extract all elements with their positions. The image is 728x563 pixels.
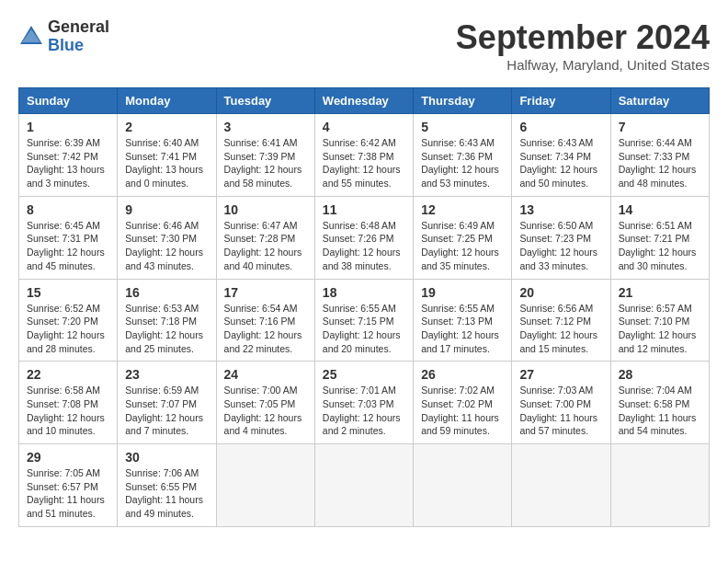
svg-marker-1 bbox=[22, 29, 40, 42]
calendar-cell: 7Sunrise: 6:44 AM Sunset: 7:33 PM Daylig… bbox=[610, 114, 709, 197]
calendar-cell: 21Sunrise: 6:57 AM Sunset: 7:10 PM Dayli… bbox=[610, 279, 709, 362]
day-number: 20 bbox=[519, 285, 602, 300]
calendar-cell: 3Sunrise: 6:41 AM Sunset: 7:39 PM Daylig… bbox=[216, 114, 314, 197]
day-number: 18 bbox=[323, 285, 405, 300]
calendar-cell: 19Sunrise: 6:55 AM Sunset: 7:13 PM Dayli… bbox=[414, 279, 512, 362]
logo-blue-text: Blue bbox=[48, 37, 109, 55]
weekday-header-row: SundayMondayTuesdayWednesdayThursdayFrid… bbox=[19, 88, 710, 114]
day-number: 26 bbox=[421, 367, 504, 382]
day-info: Sunrise: 7:00 AM Sunset: 7:05 PM Dayligh… bbox=[224, 384, 307, 438]
calendar-cell: 10Sunrise: 6:47 AM Sunset: 7:28 PM Dayli… bbox=[216, 196, 314, 279]
month-title: September 2024 bbox=[456, 18, 710, 57]
day-number: 4 bbox=[323, 120, 405, 134]
day-number: 14 bbox=[619, 202, 701, 217]
day-number: 15 bbox=[27, 285, 109, 300]
calendar-cell: 9Sunrise: 6:46 AM Sunset: 7:30 PM Daylig… bbox=[118, 196, 216, 279]
day-info: Sunrise: 6:45 AM Sunset: 7:31 PM Dayligh… bbox=[27, 219, 109, 273]
calendar-cell bbox=[314, 444, 413, 527]
day-number: 30 bbox=[125, 450, 208, 465]
day-number: 28 bbox=[619, 367, 701, 382]
logo-icon bbox=[18, 24, 44, 50]
calendar-cell: 15Sunrise: 6:52 AM Sunset: 7:20 PM Dayli… bbox=[19, 279, 118, 362]
day-info: Sunrise: 7:02 AM Sunset: 7:02 PM Dayligh… bbox=[421, 384, 504, 438]
day-number: 8 bbox=[27, 202, 109, 217]
calendar-cell: 23Sunrise: 6:59 AM Sunset: 7:07 PM Dayli… bbox=[118, 362, 216, 444]
day-number: 10 bbox=[224, 202, 307, 217]
calendar-cell: 12Sunrise: 6:49 AM Sunset: 7:25 PM Dayli… bbox=[414, 196, 512, 279]
day-info: Sunrise: 6:54 AM Sunset: 7:16 PM Dayligh… bbox=[224, 302, 307, 356]
day-info: Sunrise: 6:59 AM Sunset: 7:07 PM Dayligh… bbox=[125, 384, 208, 438]
day-info: Sunrise: 7:01 AM Sunset: 7:03 PM Dayligh… bbox=[323, 384, 405, 438]
weekday-header-thursday: Thursday bbox=[414, 88, 512, 114]
day-number: 13 bbox=[519, 202, 602, 217]
day-number: 3 bbox=[224, 120, 307, 134]
day-number: 29 bbox=[27, 450, 109, 465]
calendar-cell: 26Sunrise: 7:02 AM Sunset: 7:02 PM Dayli… bbox=[414, 362, 512, 444]
day-number: 7 bbox=[619, 120, 701, 134]
calendar-week-row: 15Sunrise: 6:52 AM Sunset: 7:20 PM Dayli… bbox=[19, 279, 710, 362]
calendar-cell: 28Sunrise: 7:04 AM Sunset: 6:58 PM Dayli… bbox=[610, 362, 709, 444]
title-area: September 2024 Halfway, Maryland, United… bbox=[456, 18, 710, 73]
day-info: Sunrise: 6:46 AM Sunset: 7:30 PM Dayligh… bbox=[125, 219, 208, 273]
calendar-cell: 22Sunrise: 6:58 AM Sunset: 7:08 PM Dayli… bbox=[19, 362, 118, 444]
day-number: 9 bbox=[125, 202, 208, 217]
logo: General Blue bbox=[18, 18, 109, 55]
calendar-cell: 20Sunrise: 6:56 AM Sunset: 7:12 PM Dayli… bbox=[512, 279, 610, 362]
logo-general-text: General bbox=[48, 18, 109, 37]
calendar-cell: 8Sunrise: 6:45 AM Sunset: 7:31 PM Daylig… bbox=[19, 196, 118, 279]
weekday-header-monday: Monday bbox=[118, 88, 216, 114]
calendar-cell: 5Sunrise: 6:43 AM Sunset: 7:36 PM Daylig… bbox=[414, 114, 512, 197]
day-info: Sunrise: 6:43 AM Sunset: 7:36 PM Dayligh… bbox=[421, 136, 504, 190]
calendar-cell: 14Sunrise: 6:51 AM Sunset: 7:21 PM Dayli… bbox=[610, 196, 709, 279]
calendar-cell: 6Sunrise: 6:43 AM Sunset: 7:34 PM Daylig… bbox=[512, 114, 610, 197]
day-info: Sunrise: 6:55 AM Sunset: 7:13 PM Dayligh… bbox=[421, 302, 504, 356]
calendar-week-row: 29Sunrise: 7:05 AM Sunset: 6:57 PM Dayli… bbox=[19, 444, 710, 527]
day-number: 16 bbox=[125, 285, 208, 300]
calendar-cell: 13Sunrise: 6:50 AM Sunset: 7:23 PM Dayli… bbox=[512, 196, 610, 279]
day-number: 2 bbox=[125, 120, 208, 134]
day-number: 23 bbox=[125, 367, 208, 382]
day-info: Sunrise: 6:40 AM Sunset: 7:41 PM Dayligh… bbox=[125, 136, 208, 190]
location-text: Halfway, Maryland, United States bbox=[456, 57, 710, 73]
day-info: Sunrise: 6:44 AM Sunset: 7:33 PM Dayligh… bbox=[619, 136, 701, 190]
day-info: Sunrise: 7:06 AM Sunset: 6:55 PM Dayligh… bbox=[125, 466, 208, 521]
day-info: Sunrise: 6:50 AM Sunset: 7:23 PM Dayligh… bbox=[519, 219, 602, 273]
weekday-header-sunday: Sunday bbox=[19, 88, 118, 114]
calendar-cell: 11Sunrise: 6:48 AM Sunset: 7:26 PM Dayli… bbox=[314, 196, 413, 279]
calendar-cell bbox=[512, 444, 610, 527]
calendar-cell: 24Sunrise: 7:00 AM Sunset: 7:05 PM Dayli… bbox=[216, 362, 314, 444]
calendar-cell bbox=[216, 444, 314, 527]
day-info: Sunrise: 7:05 AM Sunset: 6:57 PM Dayligh… bbox=[27, 466, 109, 521]
day-number: 11 bbox=[323, 202, 405, 217]
day-info: Sunrise: 7:03 AM Sunset: 7:00 PM Dayligh… bbox=[519, 384, 602, 438]
day-info: Sunrise: 6:58 AM Sunset: 7:08 PM Dayligh… bbox=[27, 384, 109, 438]
day-info: Sunrise: 6:57 AM Sunset: 7:10 PM Dayligh… bbox=[619, 302, 701, 356]
calendar-cell: 18Sunrise: 6:55 AM Sunset: 7:15 PM Dayli… bbox=[314, 279, 413, 362]
weekday-header-saturday: Saturday bbox=[610, 88, 709, 114]
day-info: Sunrise: 6:52 AM Sunset: 7:20 PM Dayligh… bbox=[27, 302, 109, 356]
day-number: 6 bbox=[519, 120, 602, 134]
calendar-week-row: 1Sunrise: 6:39 AM Sunset: 7:42 PM Daylig… bbox=[19, 114, 710, 197]
calendar-cell bbox=[414, 444, 512, 527]
calendar-week-row: 22Sunrise: 6:58 AM Sunset: 7:08 PM Dayli… bbox=[19, 362, 710, 444]
day-number: 17 bbox=[224, 285, 307, 300]
calendar-cell: 30Sunrise: 7:06 AM Sunset: 6:55 PM Dayli… bbox=[118, 444, 216, 527]
calendar-cell: 2Sunrise: 6:40 AM Sunset: 7:41 PM Daylig… bbox=[118, 114, 216, 197]
day-number: 25 bbox=[323, 367, 405, 382]
day-number: 12 bbox=[421, 202, 504, 217]
header: General Blue September 2024 Halfway, Mar… bbox=[18, 18, 710, 73]
day-info: Sunrise: 6:49 AM Sunset: 7:25 PM Dayligh… bbox=[421, 219, 504, 273]
day-info: Sunrise: 6:48 AM Sunset: 7:26 PM Dayligh… bbox=[323, 219, 405, 273]
calendar-week-row: 8Sunrise: 6:45 AM Sunset: 7:31 PM Daylig… bbox=[19, 196, 710, 279]
day-info: Sunrise: 6:43 AM Sunset: 7:34 PM Dayligh… bbox=[519, 136, 602, 190]
day-info: Sunrise: 6:42 AM Sunset: 7:38 PM Dayligh… bbox=[323, 136, 405, 190]
day-number: 22 bbox=[27, 367, 109, 382]
calendar-cell bbox=[610, 444, 709, 527]
day-number: 21 bbox=[619, 285, 701, 300]
day-number: 27 bbox=[519, 367, 602, 382]
calendar-cell: 1Sunrise: 6:39 AM Sunset: 7:42 PM Daylig… bbox=[19, 114, 118, 197]
weekday-header-tuesday: Tuesday bbox=[216, 88, 314, 114]
weekday-header-wednesday: Wednesday bbox=[314, 88, 413, 114]
calendar-table: SundayMondayTuesdayWednesdayThursdayFrid… bbox=[18, 87, 710, 527]
day-number: 19 bbox=[421, 285, 504, 300]
